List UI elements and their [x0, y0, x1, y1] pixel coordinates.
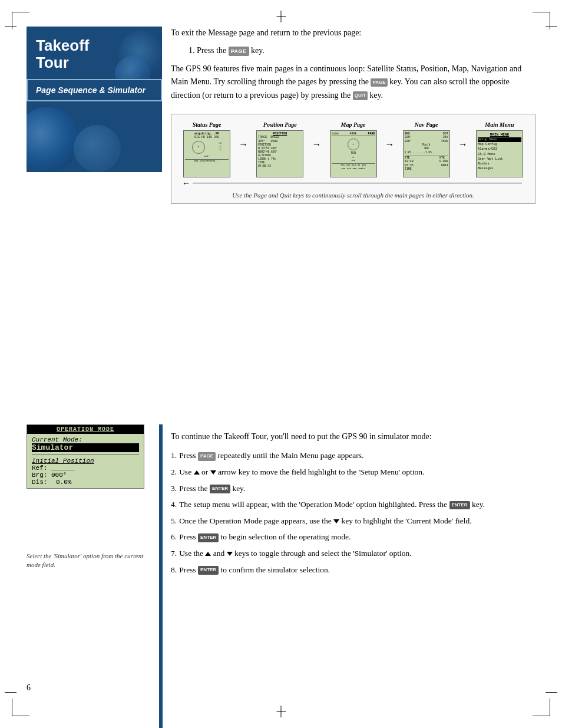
step-7: 7. Use the and keys to toggle through an…	[171, 547, 535, 560]
step-8: 8. Press ENTER to confirm the simulator …	[171, 564, 535, 577]
pages-diagram-inner: Status Page acquiring...FF SIG HU 110 34…	[177, 121, 529, 177]
page-col-position: Position Page POSITION TRACK SPEED 325° …	[250, 121, 309, 177]
operation-mode-box: OPERATION MODE Current Mode: Simulator I…	[27, 424, 144, 489]
step1-page-key: PAGE	[198, 452, 216, 461]
corner-mark-br	[533, 699, 550, 716]
left-tick-bottom	[5, 692, 16, 693]
ref-line: Ref: ______	[32, 465, 139, 472]
pages-diagram-box: Status Page acquiring...FF SIG HU 110 34…	[171, 114, 535, 204]
sidebar-subtitle: Page Sequence & Simulator	[36, 85, 153, 95]
right-tick-top	[546, 27, 557, 27]
page-number: 6	[27, 683, 31, 693]
quit-key-inline: QUIT	[353, 91, 368, 100]
page-col-map: Map Page zoom400kPAND + TGU ⊕TER TRK 325…	[323, 121, 382, 177]
current-mode-label: Current Mode:	[32, 436, 139, 443]
position-page-screen: POSITION TRACK SPEED 325° 158k POSITION …	[256, 130, 303, 177]
brg-line: Brg: 000°	[32, 472, 139, 479]
step-5: 5. Once the Operation Mode page appears,…	[171, 515, 535, 528]
arrow-down-icon-2	[333, 519, 339, 523]
page-key-inline: PAGE	[371, 78, 387, 87]
map-page-label: Map Page	[341, 121, 366, 128]
step3-enter-key: ENTER	[210, 485, 230, 493]
map-page-screen: zoom400kPAND + TGU ⊕TER TRK 325 037.38 4…	[330, 130, 377, 177]
step-4: 4. The setup menu will appear, with the …	[171, 498, 535, 511]
return-arrows: ←	[177, 179, 529, 188]
arrow-2: →	[312, 139, 321, 150]
arrow-down-icon-1	[210, 470, 216, 475]
diagram-caption: Use the Page and Quit keys to continuous…	[177, 192, 529, 199]
dis-line: Dis: 0.0%	[32, 479, 139, 486]
arrow-4: →	[458, 139, 468, 150]
page-col-status: Status Page acquiring...FF SIG HU 110 34…	[177, 121, 236, 177]
mainmenu-page-screen: MAIN MENU Setup Menu Map Config Alarms/C…	[476, 130, 523, 177]
sidebar-subtitle-box: Page Sequence & Simulator	[27, 79, 162, 101]
status-page-screen: acquiring...FF SIG HU 110 348 ⊙ □□□□□□ 3…	[183, 130, 230, 177]
op-mode-caption-area: Select the 'Simulator' option from the c…	[27, 548, 144, 570]
position-page-label: Position Page	[263, 121, 297, 128]
op-mode-separator	[32, 454, 139, 455]
step6-enter-key: ENTER	[198, 533, 219, 542]
sidebar-top-block: Takeoff Tour	[27, 27, 162, 79]
page-col-nav: Nav Page BRG325°DST34k 326°150k Min/k3R8…	[397, 121, 456, 177]
op-mode-body: Current Mode: Simulator Initial Position…	[27, 434, 144, 488]
op-mode-caption: Select the 'Simulator' option from the c…	[27, 552, 144, 570]
initial-position-label: Initial Position	[32, 457, 139, 465]
globe-4	[74, 125, 121, 172]
gps90-description: The GPS 90 features five main pages in a…	[171, 62, 535, 102]
status-page-label: Status Page	[193, 121, 222, 128]
page-key-badge-1: PAGE	[229, 47, 249, 56]
nav-page-label: Nav Page	[415, 121, 438, 128]
blue-vertical-bar	[159, 424, 163, 728]
arrow-1: →	[239, 139, 248, 150]
globe-3	[27, 107, 80, 172]
step8-enter-key: ENTER	[198, 566, 219, 575]
arrow-line	[193, 183, 522, 183]
steps-section: To continue the Takeoff Tour, you'll nee…	[171, 430, 535, 579]
sidebar-globe-area	[27, 101, 162, 172]
left-tick-top	[5, 27, 16, 27]
simulator-intro: To continue the Takeoff Tour, you'll nee…	[171, 430, 535, 443]
exit-message-text: To exit the Message page and return to t…	[171, 27, 535, 39]
crosshair-bottom	[281, 706, 282, 717]
simulator-value: Simulator	[32, 443, 139, 452]
arrow-up-icon-1	[194, 470, 200, 475]
arrow-up-icon-2	[205, 552, 211, 556]
main-content: To exit the Message page and return to t…	[171, 27, 535, 209]
mainmenu-page-label: Main Menu	[485, 121, 514, 128]
step-1: 1. Press PAGE repeatedly until the Main …	[171, 449, 535, 462]
arrow-down-icon-3	[227, 552, 233, 556]
step-6: 6. Press ENTER to begin selection of the…	[171, 531, 535, 543]
sidebar: Takeoff Tour Page Sequence & Simulator	[27, 27, 162, 172]
right-tick-bottom	[546, 692, 557, 693]
arrow-3: →	[385, 139, 395, 150]
step4-enter-key: ENTER	[449, 501, 470, 510]
sidebar-title: Takeoff Tour	[36, 37, 153, 71]
step-3: 3. Press the ENTER key.	[171, 482, 535, 495]
corner-mark-bl	[12, 699, 29, 716]
left-arrow-icon: ←	[182, 179, 190, 188]
crosshair-top	[281, 11, 282, 22]
page-col-mainmenu: Main Menu MAIN MENU Setup Menu Map Confi…	[470, 121, 529, 177]
step-2: 2. Use or arrow key to move the field hi…	[171, 466, 535, 479]
op-mode-header: OPERATION MODE	[27, 425, 144, 434]
nav-page-screen: BRG325°DST34k 326°150k Min/k3R8 1.85 ...…	[403, 130, 450, 177]
step-1-press-page: 1. Press the PAGE key.	[189, 44, 535, 57]
